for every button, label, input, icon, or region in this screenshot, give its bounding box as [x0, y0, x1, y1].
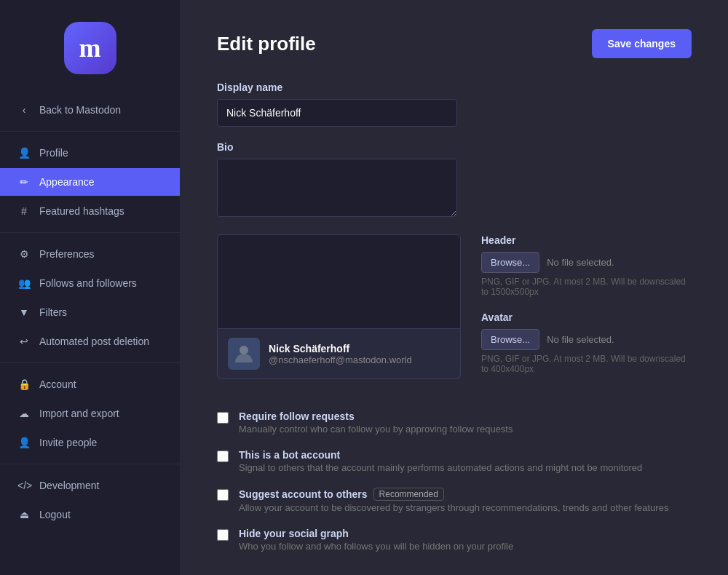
suggest-account-desc: Allow your account to be discovered by s… — [239, 502, 668, 513]
display-name-section: Display name — [217, 82, 692, 127]
sidebar-item-follows[interactable]: 👥 Follows and followers — [0, 269, 180, 297]
import-export-icon: ☁ — [17, 408, 31, 419]
main-content: Edit profile Save changes Display name B… — [181, 0, 728, 575]
avatar-file-row: Browse... No file selected. — [481, 329, 692, 350]
sidebar-label-filters: Filters — [39, 306, 67, 318]
sidebar-item-filters[interactable]: ▼ Filters — [0, 298, 180, 326]
avatar-upload-group: Avatar Browse... No file selected. PNG, … — [481, 312, 692, 374]
bio-section: Bio — [217, 141, 692, 220]
avatar-browse-button[interactable]: Browse... — [481, 329, 539, 350]
checkbox-section: Require follow requests Manually control… — [217, 411, 692, 552]
display-name-input[interactable] — [217, 99, 457, 127]
sidebar-item-auto-delete[interactable]: ↩ Automated post deletion — [0, 328, 180, 355]
checkbox-bot-account: This is a bot account Signal to others t… — [217, 449, 692, 473]
header-preview-image — [217, 234, 461, 329]
bot-account-desc: Signal to others that the account mainly… — [239, 462, 642, 473]
suggest-account-text: Suggest account to others — [239, 488, 368, 500]
hide-social-labels: Hide your social graph Who you follow an… — [239, 528, 513, 552]
bot-account-input[interactable] — [217, 451, 229, 462]
sidebar-label-auto-delete: Automated post deletion — [39, 336, 149, 347]
sidebar-item-import-export[interactable]: ☁ Import and export — [0, 400, 180, 427]
sidebar-label-profile: Profile — [39, 147, 68, 159]
sidebar-label-account: Account — [39, 378, 76, 390]
appearance-icon: ✏ — [17, 176, 31, 188]
require-follow-input[interactable] — [217, 412, 229, 424]
account-icon: 🔒 — [17, 378, 31, 390]
hide-social-desc: Who you follow and who follows you will … — [239, 541, 513, 552]
suggest-account-labels: Suggest account to others Recommended Al… — [239, 488, 668, 513]
sidebar-logo: m — [0, 15, 180, 96]
checkbox-require-follow: Require follow requests Manually control… — [217, 411, 692, 435]
bio-label: Bio — [217, 141, 692, 153]
invite-icon: 👤 — [17, 437, 31, 448]
avatar-preview — [228, 338, 260, 370]
profile-section: Nick Schäferhoff @nschaeferhoff@mastodon… — [217, 234, 692, 389]
sidebar-divider-3 — [0, 362, 180, 363]
header-upload-group: Header Browse... No file selected. PNG, … — [481, 234, 692, 297]
sidebar-item-development[interactable]: </> Development — [0, 472, 180, 499]
filters-icon: ▼ — [17, 306, 31, 318]
require-follow-desc: Manually control who can follow you by a… — [239, 424, 513, 435]
preview-display-name: Nick Schäferhoff — [269, 343, 412, 354]
display-name-label: Display name — [217, 82, 692, 93]
checkbox-hide-social: Hide your social graph Who you follow an… — [217, 528, 692, 552]
sidebar-item-profile[interactable]: 👤 Profile — [0, 139, 180, 167]
sidebar-divider-1 — [0, 131, 180, 132]
sidebar-label-follows: Follows and followers — [39, 277, 137, 289]
profile-icon: 👤 — [17, 147, 31, 159]
sidebar-label-import-export: Import and export — [39, 408, 119, 419]
mastodon-logo: m — [64, 22, 116, 74]
suggest-account-label: Suggest account to others Recommended — [239, 488, 668, 501]
recommended-badge: Recommended — [373, 488, 444, 501]
avatar-file-name: No file selected. — [547, 334, 614, 345]
avatar-upload-label: Avatar — [481, 312, 692, 323]
sidebar-label-logout: Logout — [39, 509, 71, 520]
sidebar-item-appearance[interactable]: ✏ Appearance — [0, 168, 180, 196]
avatar-upload-hint: PNG, GIF or JPG. At most 2 MB. Will be d… — [481, 354, 692, 374]
hashtag-icon: # — [17, 205, 31, 217]
profile-text: Nick Schäferhoff @nschaeferhoff@mastodon… — [269, 343, 412, 365]
logout-icon: ⏏ — [17, 509, 31, 520]
hide-social-input[interactable] — [217, 529, 229, 541]
sidebar-label-invite: Invite people — [39, 437, 97, 448]
require-follow-labels: Require follow requests Manually control… — [239, 411, 513, 435]
bot-account-labels: This is a bot account Signal to others t… — [239, 449, 642, 473]
sidebar-nav: ‹ Back to Mastodon 👤 Profile ✏ Appearanc… — [0, 96, 180, 528]
svg-point-0 — [240, 346, 248, 354]
header-upload-hint: PNG, GIF or JPG. At most 2 MB. Will be d… — [481, 277, 692, 297]
sidebar-divider-4 — [0, 464, 180, 464]
sidebar-label-preferences: Preferences — [39, 248, 94, 260]
bio-input[interactable] — [217, 159, 457, 217]
header-browse-button[interactable]: Browse... — [481, 252, 539, 273]
sidebar-item-preferences[interactable]: ⚙ Preferences — [0, 240, 180, 268]
suggest-account-input[interactable] — [217, 489, 229, 501]
page-header: Edit profile Save changes — [217, 29, 692, 58]
require-follow-label: Require follow requests — [239, 411, 513, 422]
upload-section: Header Browse... No file selected. PNG, … — [481, 234, 692, 389]
follows-icon: 👥 — [17, 277, 31, 289]
header-file-name: No file selected. — [547, 257, 614, 268]
sidebar: m ‹ Back to Mastodon 👤 Profile ✏ Appeara… — [0, 0, 181, 575]
page-title: Edit profile — [217, 33, 316, 55]
header-file-row: Browse... No file selected. — [481, 252, 692, 273]
sidebar-back-label: Back to Mastodon — [39, 104, 121, 116]
profile-info-bar: Nick Schäferhoff @nschaeferhoff@mastodon… — [217, 329, 461, 379]
sidebar-item-account[interactable]: 🔒 Account — [0, 370, 180, 398]
sidebar-item-invite[interactable]: 👤 Invite people — [0, 429, 180, 456]
auto-delete-icon: ↩ — [17, 336, 31, 347]
sidebar-item-logout[interactable]: ⏏ Logout — [0, 501, 180, 528]
sidebar-divider-2 — [0, 232, 180, 233]
header-upload-label: Header — [481, 234, 692, 246]
sidebar-item-featured-hashtags[interactable]: # Featured hashtags — [0, 197, 180, 225]
preferences-icon: ⚙ — [17, 248, 31, 260]
hide-social-label: Hide your social graph — [239, 528, 513, 539]
sidebar-label-appearance: Appearance — [39, 176, 95, 188]
back-icon: ‹ — [17, 104, 31, 116]
save-button[interactable]: Save changes — [592, 29, 692, 58]
preview-handle: @nschaeferhoff@mastodon.world — [269, 354, 412, 365]
profile-preview: Nick Schäferhoff @nschaeferhoff@mastodon… — [217, 234, 461, 379]
sidebar-label-development: Development — [39, 480, 100, 491]
checkbox-suggest-account: Suggest account to others Recommended Al… — [217, 488, 692, 513]
sidebar-item-back[interactable]: ‹ Back to Mastodon — [0, 96, 180, 124]
bot-account-label: This is a bot account — [239, 449, 642, 461]
